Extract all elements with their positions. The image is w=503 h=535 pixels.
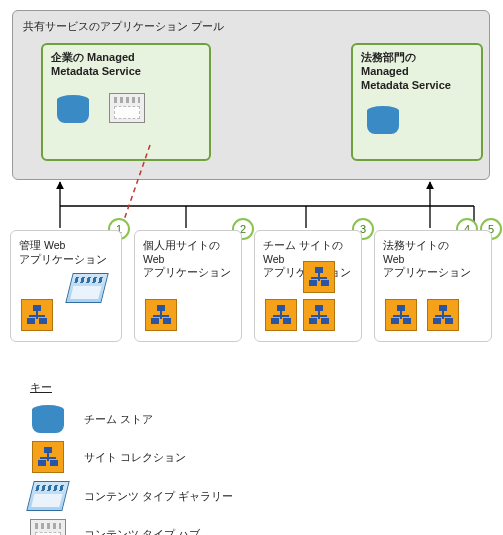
- site-collection-icon: [385, 299, 417, 331]
- term-store-icon: [57, 95, 89, 123]
- service-corp-title: 企業の Managed Metadata Service: [51, 51, 201, 79]
- site-collection-icon: [21, 299, 53, 331]
- legend: キー チーム ストア サイト コレクション コンテンツ タイプ ギャラリー コン…: [30, 380, 330, 535]
- text: チーム サイトの: [263, 239, 343, 251]
- webapp-admin-title: 管理 Web アプリケーション: [19, 239, 113, 266]
- text: 法務部門の: [361, 51, 416, 63]
- text: アプリケーション: [383, 266, 471, 278]
- text: Web: [383, 253, 404, 265]
- text: 管理 Web: [19, 239, 65, 251]
- webapp-legalsite-icons: [385, 299, 459, 331]
- term-store-icon: [32, 405, 64, 433]
- legend-title: キー: [30, 380, 330, 395]
- site-collection-icon: [32, 441, 64, 473]
- legend-label: チーム ストア: [84, 412, 153, 427]
- webapp-teamsite: チーム サイトの Web アプリケーション: [254, 230, 362, 342]
- webapp-mysite-title: 個人用サイトの Web アプリケーション: [143, 239, 233, 280]
- diagram-root: 共有サービスのアプリケーション プール 企業の Managed Metadata…: [0, 0, 503, 535]
- text: Managed: [361, 65, 409, 77]
- content-type-hub-icon: [30, 519, 66, 535]
- application-pool-title: 共有サービスのアプリケーション プール: [23, 19, 479, 34]
- service-corp-managed-metadata: 企業の Managed Metadata Service: [41, 43, 211, 161]
- webapp-teamsite-icons: [265, 261, 355, 331]
- service-legal-title: 法務部門の Managed Metadata Service: [361, 51, 473, 92]
- site-collection-icon: [145, 299, 177, 331]
- content-type-gallery-icon: [65, 273, 108, 303]
- text: Metadata Service: [361, 79, 451, 91]
- legend-row-content-type-hub: コンテンツ タイプ ハブ: [30, 519, 330, 535]
- content-type-hub-icon: [109, 93, 145, 123]
- webapp-admin: 管理 Web アプリケーション: [10, 230, 122, 342]
- legend-label: サイト コレクション: [84, 450, 186, 465]
- legend-label: コンテンツ タイプ ハブ: [84, 527, 200, 536]
- service-legal-managed-metadata: 法務部門の Managed Metadata Service: [351, 43, 483, 161]
- webapp-legalsite: 法務サイトの Web アプリケーション: [374, 230, 492, 342]
- text: アプリケーション: [19, 253, 107, 265]
- site-collection-icon: [427, 299, 459, 331]
- service-corp-body: [51, 93, 201, 123]
- text: Metadata Service: [51, 65, 141, 77]
- application-pool: 共有サービスのアプリケーション プール 企業の Managed Metadata…: [12, 10, 490, 180]
- webapp-mysite-icons: [145, 299, 177, 331]
- term-store-icon: [367, 106, 399, 134]
- text: アプリケーション: [143, 266, 231, 278]
- legend-row-site-collection: サイト コレクション: [30, 441, 330, 473]
- text: Web: [143, 253, 164, 265]
- site-collection-icon: [303, 261, 335, 293]
- webapp-admin-icons: [21, 299, 105, 331]
- text: 個人用サイトの: [143, 239, 220, 251]
- webapp-legalsite-title: 法務サイトの Web アプリケーション: [383, 239, 483, 280]
- legend-row-content-type-gallery: コンテンツ タイプ ギャラリー: [30, 481, 330, 511]
- text: 法務サイトの: [383, 239, 449, 251]
- site-collection-icon: [265, 299, 297, 331]
- legend-row-term-store: チーム ストア: [30, 405, 330, 433]
- content-type-gallery-icon: [26, 481, 69, 511]
- text: 企業の Managed: [51, 51, 135, 63]
- service-legal-body: [361, 106, 473, 134]
- site-collection-icon: [303, 299, 335, 331]
- legend-label: コンテンツ タイプ ギャラリー: [84, 489, 233, 504]
- webapp-mysite: 個人用サイトの Web アプリケーション: [134, 230, 242, 342]
